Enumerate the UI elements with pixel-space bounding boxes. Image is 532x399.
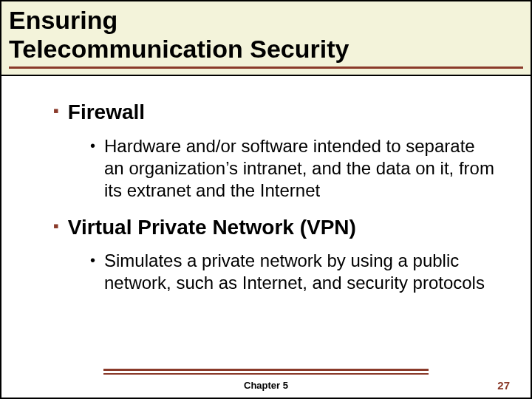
dot-bullet-icon: • [90, 250, 95, 270]
footer: Chapter 5 27 [1, 369, 531, 392]
dot-bullet-icon: • [90, 135, 95, 156]
square-bullet-icon: ▪ [53, 215, 59, 237]
footer-row: Chapter 5 27 [22, 379, 510, 392]
page-number: 27 [480, 379, 510, 392]
heading-firewall: Firewall [68, 100, 145, 125]
content-area: ▪ Firewall • Hardware and/or software in… [1, 76, 531, 294]
slide-title: Ensuring Telecommunication Security [9, 6, 523, 64]
bullet-level2: • Hardware and/or software intended to s… [90, 135, 508, 202]
title-line-1: Ensuring [9, 6, 117, 34]
desc-firewall: Hardware and/or software intended to sep… [104, 135, 496, 202]
desc-vpn: Simulates a private network by using a p… [104, 250, 496, 294]
slide-frame: Ensuring Telecommunication Security ▪ Fi… [0, 0, 532, 399]
footer-rules [103, 369, 429, 375]
bullet-level2: • Simulates a private network by using a… [90, 250, 508, 294]
bullet-level1: ▪ Virtual Private Network (VPN) [53, 215, 508, 240]
bullet-level1: ▪ Firewall [53, 100, 508, 125]
title-underline [9, 66, 523, 69]
square-bullet-icon: ▪ [53, 100, 59, 122]
title-line-2: Telecommunication Security [9, 35, 349, 63]
rule-thick [103, 369, 429, 371]
title-box: Ensuring Telecommunication Security [1, 1, 531, 76]
chapter-label: Chapter 5 [52, 380, 480, 391]
rule-thin [103, 373, 429, 375]
heading-vpn: Virtual Private Network (VPN) [68, 215, 356, 240]
